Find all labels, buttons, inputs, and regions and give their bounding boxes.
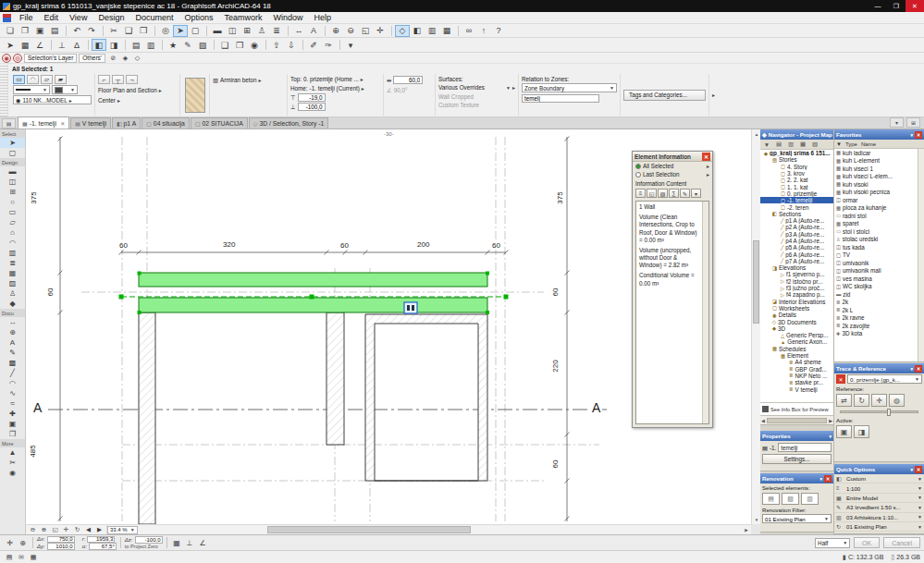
rotate-reference-icon[interactable]: ↻ [854, 394, 869, 407]
orbit-icon[interactable]: ↻ [72, 526, 82, 534]
top-link-row[interactable]: Top:0. prizemlje (Home ...▸ [290, 75, 380, 83]
publisher-icon[interactable]: ↑ [476, 25, 491, 37]
stretch-handle[interactable] [404, 302, 417, 313]
favorite-item[interactable]: ▦ ploca za kuhanje [834, 204, 918, 213]
favorite-item[interactable]: ≣ 2k ravne [834, 314, 918, 323]
favorites-icon[interactable]: ★ [166, 39, 180, 51]
tool-icon[interactable] [284, 25, 291, 37]
chevron-down-icon[interactable]: ▾ [819, 476, 822, 482]
floor-plan-area[interactable]: 603206020060375375606022060485AA-30- Ele… [26, 129, 751, 524]
renovation-header[interactable]: Renovation ▾ ✕ [760, 473, 833, 483]
favorite-item[interactable]: ≣ 2k [834, 299, 918, 307]
relative-coordinates-icon[interactable]: Δ [69, 39, 84, 51]
zoom-in-icon[interactable]: ⊕ [39, 526, 49, 534]
object-tool[interactable]: ♙ [0, 288, 25, 299]
arrow-tool-icon[interactable]: ➤ [173, 25, 188, 37]
tree-item-project-root[interactable]: ◈ gp_kralj srima 6 151... [760, 150, 833, 156]
favorite-item[interactable]: ✚ 3D kota [834, 330, 918, 338]
door-tool-icon[interactable]: ◫ [225, 25, 240, 37]
reference-line-link[interactable]: Center▸ [98, 95, 177, 104]
group-icon[interactable]: ❑ [217, 39, 232, 51]
tool-icon[interactable] [158, 39, 166, 51]
tool-icon[interactable] [262, 39, 269, 51]
layer-settings-icon[interactable]: ▥ [425, 25, 439, 37]
new-icon[interactable]: ❏ [3, 25, 18, 37]
ungroup-icon[interactable]: ❒ [232, 39, 247, 51]
text-tool[interactable]: A [0, 337, 25, 348]
tree-item-section-p4[interactable]: ╱ p4 A (Auto-re... [760, 238, 833, 244]
fit-in-window-icon[interactable]: ◱ [358, 25, 373, 37]
menu-item[interactable]: View [64, 12, 92, 23]
turn-off-trace-icon[interactable]: ✕ [836, 374, 845, 384]
scale-combo[interactable]: ≡ 1:100 ▼ [834, 483, 924, 493]
surface-info-icon[interactable]: ▨ [658, 189, 668, 198]
tree-item-story-2[interactable]: ▢ 2. 2. kat [760, 177, 833, 183]
messages-icon[interactable]: ✉ [16, 552, 27, 562]
selected-wall[interactable] [119, 272, 509, 315]
filter-icon[interactable]: ▼ [836, 141, 842, 147]
previous-view-icon[interactable]: ◀ [83, 526, 93, 534]
active-transparency-icon[interactable]: ◨ [854, 425, 869, 438]
tree-item-story-4[interactable]: ▢ 4. Story [760, 164, 833, 170]
surfaces-combo[interactable]: Various Overrides▼▸ [438, 83, 515, 92]
menu-item[interactable]: Window [267, 12, 308, 23]
tree-item-details[interactable]: ◉ Details [760, 312, 833, 318]
tree-item-stories[interactable]: ▤ Stories [760, 156, 833, 163]
line-type-combo[interactable]: ▼ [13, 85, 50, 94]
tab-04-situacija[interactable]: ▢ 04 situacija [142, 117, 190, 129]
favorite-item[interactable]: ◫ WC skoljka [834, 283, 918, 291]
favorite-item[interactable]: ▦ kuh ladicar [834, 149, 918, 157]
tree-item-v-temelji[interactable]: ≣ V temelji [760, 386, 833, 392]
chevron-down-icon[interactable]: ▾ [910, 467, 913, 472]
last-selection-radio[interactable]: Last Selection▸ [633, 170, 712, 178]
zoom-out-icon[interactable]: ⊖ [28, 526, 38, 534]
zone-relation-combo[interactable]: Zone Boundary▼ [522, 83, 617, 92]
favorites-scrollbar[interactable] [918, 149, 924, 361]
camera-tool[interactable]: ▲ [0, 447, 25, 458]
horizontal-scrollbar[interactable] [138, 525, 742, 534]
section-view-icon[interactable]: ◧ [410, 25, 425, 37]
type-column-label[interactable]: Type [845, 141, 857, 147]
zone-tool[interactable]: ▨ [0, 278, 25, 288]
line-tool[interactable]: ╱ [0, 368, 25, 378]
tree-item-section-p5[interactable]: ╱ p5 A (Auto-re... [760, 244, 833, 251]
ok-button[interactable]: OK [854, 537, 880, 548]
slab-tool[interactable]: ▱ [0, 217, 25, 227]
menu-item[interactable]: Teamwork [218, 12, 267, 23]
layer-combo[interactable]: ◉110 NK...MODEL▸ [13, 95, 92, 104]
send-backward-icon[interactable]: ⇩ [284, 39, 299, 51]
layer-combination-combo[interactable]: ▥ 03 Arhitektura 1:10... ▼ [834, 513, 924, 522]
teamwork-icon[interactable]: ∞ [462, 25, 476, 37]
tab-list-icon[interactable]: ▾ [890, 117, 904, 128]
publisher-sets-icon[interactable]: ▧ [809, 141, 820, 149]
hide-layer-icon[interactable]: ⊘ [107, 54, 119, 63]
hotspot-tool[interactable]: ✚ [0, 409, 25, 419]
virtual-trace-icon[interactable]: ◨ [106, 39, 121, 51]
beam-tool[interactable]: ▭ [0, 207, 25, 217]
cutting-plane-tool[interactable]: ✂ [0, 458, 25, 468]
properties-id-field[interactable]: temelji [778, 443, 832, 452]
tree-item-worksheets[interactable]: ▢ Worksheets [760, 305, 833, 312]
zoom-in-icon[interactable]: ⊕ [328, 25, 343, 37]
transparency-slider[interactable] [840, 410, 918, 413]
trace-reference-combo[interactable]: 0. prizemlje (gp_k...▼ [847, 374, 922, 384]
tree-item-nkp[interactable]: ≣ NKP Neto ... [760, 373, 833, 379]
chevron-down-icon[interactable]: ▾ [910, 132, 913, 138]
tool-icon[interactable] [47, 39, 55, 51]
menu-item[interactable]: Design [92, 12, 129, 23]
copy-icon[interactable]: ❑ [121, 25, 136, 37]
tab-minus1-temelji[interactable]: ▦ -1. temelji ✕ [18, 116, 69, 129]
tree-item-section-p6[interactable]: ╱ p6 A (Auto-re... [760, 251, 833, 257]
tab-02-situacija[interactable]: ▢ 02 SITUACIJA [191, 117, 248, 129]
pick-up-parameters-icon[interactable]: ✐ [306, 39, 321, 51]
element-info-scrollbar[interactable] [702, 202, 708, 423]
stair-tool[interactable]: ≣ [0, 258, 25, 268]
view-map-icon[interactable]: ▥ [785, 141, 796, 149]
tree-item-sections[interactable]: ◧ Sections [760, 211, 833, 217]
tree-item-generic-axonometry[interactable]: ▲ Generic Axon... [760, 338, 833, 345]
selection-layer-button[interactable]: Selection's Layer [24, 54, 77, 63]
close-icon[interactable]: ✕ [702, 153, 710, 161]
reference-visibility-icon[interactable]: ◍ [889, 394, 905, 407]
curved-wall-icon[interactable]: ◠ [27, 75, 39, 84]
home-link-row[interactable]: Home:-1. temelji (Current)▸ [290, 84, 380, 92]
